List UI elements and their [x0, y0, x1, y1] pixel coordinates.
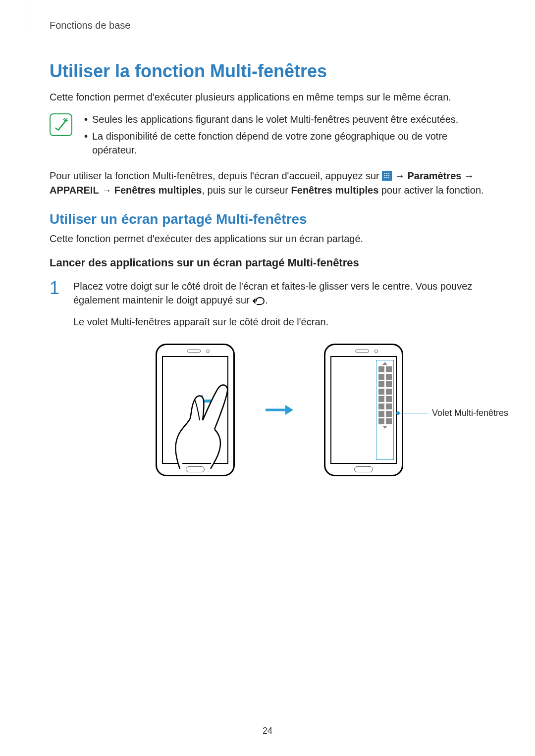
text: Placez votre doigt sur le côté droit de …: [73, 281, 472, 305]
note-icon: [50, 113, 72, 136]
arrow-sep: →: [395, 170, 408, 181]
arrow-sep: →: [102, 185, 114, 196]
arrow-sep: →: [464, 170, 474, 181]
phone-illustration-tray: [324, 344, 403, 476]
subheading: Utiliser un écran partagé Multi-fenêtres: [50, 211, 485, 227]
note-item: La disponibilité de cette fonction dépen…: [81, 129, 485, 157]
section-label: Fonctions de base: [50, 20, 485, 31]
text: , puis sur le curseur: [202, 185, 291, 196]
note-block: Seules les applications figurant dans le…: [50, 112, 485, 160]
sub-paragraph: Cette fonction permet d'exécuter des app…: [50, 233, 485, 245]
note-list: Seules les applications figurant dans le…: [81, 112, 485, 160]
step-body: Placez votre doigt sur le côté droit de …: [73, 279, 485, 476]
page-title: Utiliser la fonction Multi-fenêtres: [50, 61, 485, 82]
tray-up-arrow-icon: [378, 362, 392, 365]
phone-illustration-swipe: [156, 344, 235, 476]
text: .: [265, 295, 268, 305]
text: Pour utiliser la fonction Multi-fenêtres…: [50, 170, 382, 181]
transition-arrow-icon: [265, 404, 294, 416]
text: pour activer la fonction.: [378, 185, 483, 196]
instruction-paragraph: Pour utiliser la fonction Multi-fenêtres…: [50, 169, 485, 198]
page-number: 24: [263, 726, 272, 736]
step-number: 1: [50, 279, 63, 476]
margin-rule: [25, 0, 25, 30]
callout: Volet Multi-fenêtres: [398, 407, 508, 419]
tray-down-arrow-icon: [378, 426, 392, 429]
back-key-icon: [252, 295, 265, 309]
step-1: 1 Placez votre doigt sur le côté droit d…: [50, 279, 485, 476]
multiwin-label: Fenêtres multiples: [291, 185, 379, 196]
text: Le volet Multi-fenêtres apparaît sur le …: [73, 316, 328, 327]
hand-gesture-icon: [165, 370, 234, 469]
intro-paragraph: Cette fonction permet d'exécuter plusieu…: [50, 91, 485, 103]
device-label: APPAREIL: [50, 185, 99, 196]
settings-label: Paramètres: [407, 170, 461, 181]
note-item: Seules les applications figurant dans le…: [81, 112, 485, 126]
subsubheading: Lancer des applications sur un écran par…: [50, 256, 485, 269]
apps-grid-icon: [382, 171, 392, 181]
callout-label: Volet Multi-fenêtres: [432, 407, 508, 419]
multiwindow-tray: [376, 360, 394, 460]
figure-area: Volet Multi-fenêtres: [73, 344, 485, 476]
multiwin-label: Fenêtres multiples: [114, 185, 202, 196]
